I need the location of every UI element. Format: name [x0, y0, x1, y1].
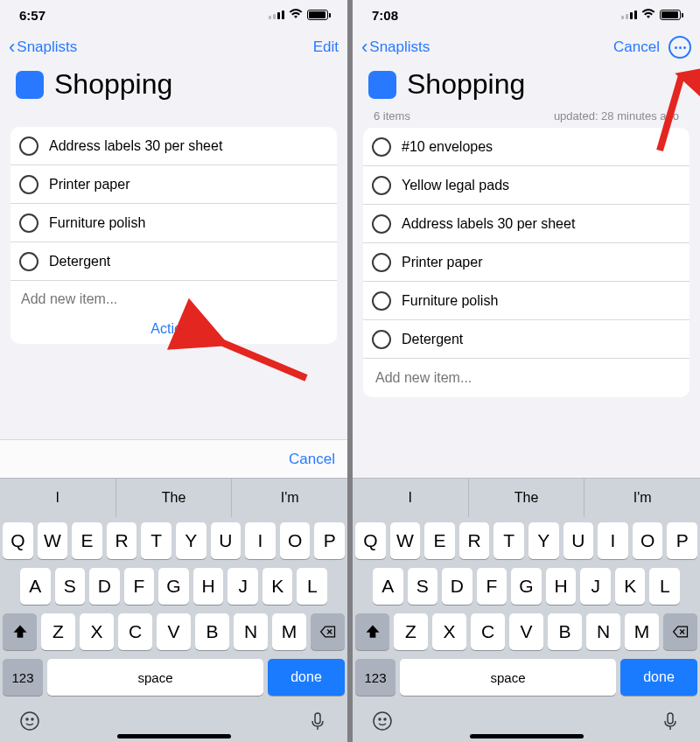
key-a[interactable]: A: [373, 568, 403, 605]
space-key[interactable]: space: [400, 659, 616, 696]
list-item[interactable]: Detergent: [10, 242, 337, 281]
prediction[interactable]: The: [116, 479, 233, 517]
key-e[interactable]: E: [72, 522, 102, 559]
done-key[interactable]: done: [620, 659, 697, 696]
key-s[interactable]: S: [408, 568, 438, 605]
key-m[interactable]: M: [272, 613, 306, 650]
key-b[interactable]: B: [195, 613, 229, 650]
key-e[interactable]: E: [424, 522, 455, 559]
key-y[interactable]: Y: [528, 522, 559, 559]
checkbox-icon[interactable]: [19, 175, 38, 194]
key-o[interactable]: O: [280, 522, 311, 559]
checkbox-icon[interactable]: [19, 252, 38, 271]
key-c[interactable]: C: [118, 613, 152, 650]
shift-key[interactable]: [355, 613, 389, 650]
add-item-input[interactable]: [375, 370, 677, 386]
actions-button[interactable]: Actions: [10, 314, 337, 344]
key-k[interactable]: K: [615, 568, 646, 605]
checkbox-icon[interactable]: [372, 137, 391, 157]
prediction[interactable]: The: [469, 479, 585, 517]
list-item[interactable]: Furniture polish: [363, 282, 690, 320]
list-item[interactable]: Address labels 30 per sheet: [10, 127, 337, 165]
key-k[interactable]: K: [262, 568, 293, 605]
key-g[interactable]: G: [158, 568, 189, 605]
done-key[interactable]: done: [268, 659, 345, 696]
key-p[interactable]: P: [314, 522, 345, 559]
nav-back-button[interactable]: ‹ Snaplists: [9, 38, 77, 57]
prediction[interactable]: I: [353, 479, 469, 517]
key-x[interactable]: X: [432, 613, 466, 650]
key-n[interactable]: N: [234, 613, 268, 650]
key-b[interactable]: B: [548, 613, 582, 650]
key-f[interactable]: F: [477, 568, 508, 605]
mic-icon[interactable]: [307, 710, 328, 735]
checkbox-icon[interactable]: [372, 214, 391, 234]
key-z[interactable]: Z: [41, 613, 75, 650]
checkbox-icon[interactable]: [19, 214, 38, 233]
list-item[interactable]: Detergent: [363, 320, 690, 359]
shift-key[interactable]: [3, 613, 37, 650]
list-item[interactable]: Printer paper: [363, 243, 690, 282]
checkbox-icon[interactable]: [372, 291, 391, 311]
list-item[interactable]: #10 envelopes: [363, 128, 690, 166]
key-z[interactable]: Z: [394, 613, 428, 650]
key-j[interactable]: J: [580, 568, 611, 605]
list-color-swatch[interactable]: [368, 71, 396, 99]
key-r[interactable]: R: [107, 522, 137, 559]
nav-back-button[interactable]: ‹ Snaplists: [361, 38, 430, 57]
key-y[interactable]: Y: [176, 522, 206, 559]
key-u[interactable]: U: [211, 522, 242, 559]
add-item-area[interactable]: [363, 359, 690, 397]
nav-edit-button[interactable]: Edit: [313, 38, 339, 56]
key-r[interactable]: R: [459, 522, 490, 559]
key-n[interactable]: N: [586, 613, 620, 650]
key-c[interactable]: C: [471, 613, 505, 650]
key-h[interactable]: H: [546, 568, 577, 605]
key-t[interactable]: T: [494, 522, 524, 559]
key-d[interactable]: D: [442, 568, 472, 605]
key-q[interactable]: Q: [355, 522, 386, 559]
key-j[interactable]: J: [228, 568, 258, 605]
numbers-key[interactable]: 123: [3, 659, 43, 696]
list-item[interactable]: Printer paper: [10, 165, 337, 204]
key-w[interactable]: W: [390, 522, 421, 559]
key-i[interactable]: I: [598, 522, 628, 559]
list-item[interactable]: Address labels 30 per sheet: [363, 205, 690, 243]
home-indicator[interactable]: [117, 734, 231, 738]
backspace-key[interactable]: [663, 613, 697, 650]
key-l[interactable]: L: [649, 568, 680, 605]
prediction[interactable]: I'm: [232, 479, 347, 517]
list-item[interactable]: Furniture polish: [10, 204, 337, 242]
key-x[interactable]: X: [80, 613, 114, 650]
add-item-input[interactable]: [21, 291, 326, 307]
key-i[interactable]: I: [245, 522, 276, 559]
key-s[interactable]: S: [55, 568, 86, 605]
key-v[interactable]: V: [509, 613, 543, 650]
prediction[interactable]: I: [0, 479, 116, 517]
key-t[interactable]: T: [141, 522, 172, 559]
checkbox-icon[interactable]: [372, 253, 391, 272]
key-p[interactable]: P: [667, 522, 697, 559]
backspace-key[interactable]: [311, 613, 345, 650]
key-h[interactable]: H: [193, 568, 224, 605]
key-f[interactable]: F: [124, 568, 155, 605]
key-a[interactable]: A: [20, 568, 51, 605]
key-w[interactable]: W: [38, 522, 68, 559]
list-color-swatch[interactable]: [16, 71, 44, 99]
key-q[interactable]: Q: [3, 522, 33, 559]
key-m[interactable]: M: [625, 613, 659, 650]
keyboard-cancel-button[interactable]: Cancel: [289, 451, 335, 468]
list-item[interactable]: Yellow legal pads: [363, 166, 690, 205]
more-button[interactable]: [668, 36, 691, 59]
key-d[interactable]: D: [89, 568, 120, 605]
add-item-area[interactable]: [10, 281, 337, 314]
checkbox-icon[interactable]: [19, 136, 38, 156]
checkbox-icon[interactable]: [372, 330, 391, 349]
key-o[interactable]: O: [633, 522, 663, 559]
checkbox-icon[interactable]: [372, 176, 391, 195]
nav-cancel-button[interactable]: Cancel: [613, 38, 660, 56]
emoji-icon[interactable]: [19, 710, 40, 735]
key-l[interactable]: L: [297, 568, 327, 605]
key-u[interactable]: U: [564, 522, 594, 559]
home-indicator[interactable]: [470, 734, 584, 738]
